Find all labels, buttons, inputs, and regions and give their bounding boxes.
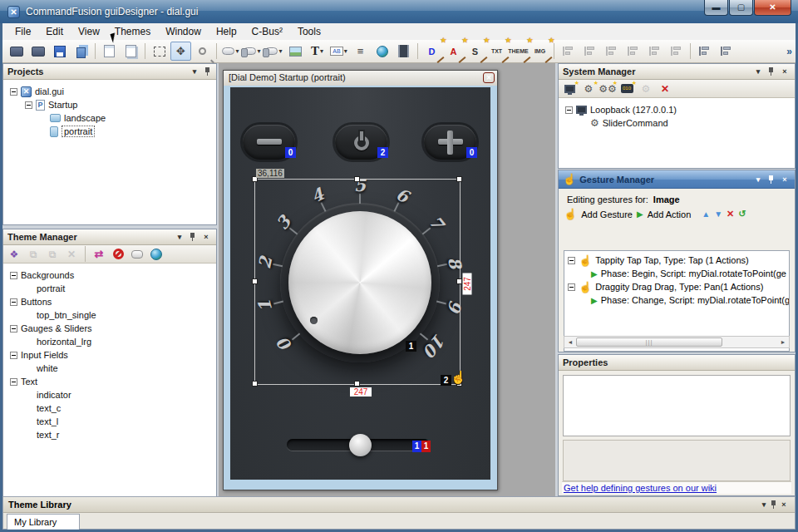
- wizard-image-icon[interactable]: IMG: [530, 42, 550, 61]
- gesture-action-item[interactable]: ▶ Phase: Change, Script: myDial.rotateTo…: [564, 293, 789, 307]
- theme-item[interactable]: indicator: [3, 388, 216, 401]
- tree-item-portrait[interactable]: portrait: [3, 125, 216, 138]
- text-tool-icon[interactable]: T▾: [307, 42, 328, 61]
- align-center-icon[interactable]: [579, 42, 600, 61]
- gesture-manager-close-icon[interactable]: ×: [779, 175, 791, 184]
- gesture-help-link[interactable]: Get help defining gestures on our wiki: [562, 481, 791, 494]
- theme-group[interactable]: Buttons: [3, 295, 216, 308]
- selection-box[interactable]: [254, 179, 461, 385]
- new-page-icon[interactable]: [99, 42, 120, 61]
- move-down-icon[interactable]: ▼: [714, 209, 722, 219]
- wizard-device-icon[interactable]: D: [421, 42, 442, 61]
- save-icon[interactable]: [49, 42, 70, 61]
- delete-theme-icon[interactable]: ✕: [63, 247, 80, 262]
- expander-icon[interactable]: [10, 88, 17, 96]
- new-project-icon[interactable]: [6, 42, 27, 61]
- menu-file[interactable]: File: [7, 24, 38, 39]
- expander-icon[interactable]: [565, 106, 573, 114]
- input-field-tool-icon[interactable]: AB▾: [328, 42, 349, 61]
- button-theme-icon[interactable]: [129, 247, 145, 262]
- size-width-icon[interactable]: [694, 42, 715, 61]
- video-tool-icon[interactable]: [393, 42, 414, 61]
- theme-group[interactable]: Gauges & Sliders: [3, 322, 216, 335]
- gesture-manager-menu-icon[interactable]: ▾: [752, 175, 764, 184]
- design-canvas-window[interactable]: [Dial Demo] Startup (portrait) ✕ 0 2 0 3…: [223, 70, 498, 490]
- slider-thumb[interactable]: [349, 434, 372, 456]
- menu-view[interactable]: View: [71, 24, 107, 39]
- theme-item[interactable]: text_r: [3, 428, 216, 441]
- align-right-icon[interactable]: [601, 42, 622, 61]
- gesture-item[interactable]: ☝ Draggity Drag Drag, Type: Pan(1 Action…: [564, 280, 789, 293]
- theme-item[interactable]: top_btn_single: [3, 308, 216, 322]
- theme-library-close-icon[interactable]: ×: [778, 500, 790, 509]
- list-tool-icon[interactable]: ≡: [350, 42, 371, 61]
- gesture-horizontal-scrollbar[interactable]: ◄ ||| ►: [564, 336, 790, 348]
- close-button[interactable]: ✕: [754, 0, 791, 16]
- open-project-icon[interactable]: [27, 42, 48, 61]
- theme-manager-pin-icon[interactable]: [189, 233, 197, 241]
- menu-window[interactable]: Window: [158, 24, 209, 39]
- web-tool-icon[interactable]: [372, 42, 392, 61]
- web-theme-icon[interactable]: [148, 247, 165, 262]
- menu-cbus[interactable]: C-Bus²: [244, 24, 290, 39]
- save-all-icon[interactable]: [71, 42, 91, 61]
- marquee-select-icon[interactable]: [149, 42, 170, 61]
- tree-item-page[interactable]: P Startup: [3, 98, 216, 111]
- add-command-icon[interactable]: ⚙: [580, 81, 597, 96]
- selection-handle[interactable]: [456, 278, 462, 284]
- align-top-icon[interactable]: [623, 42, 643, 61]
- slider-tool-icon[interactable]: ▾: [242, 42, 263, 61]
- menu-edit[interactable]: Edit: [38, 24, 71, 39]
- toolbar-overflow-chevron[interactable]: »: [786, 46, 792, 57]
- zoom-tool-icon[interactable]: [192, 42, 213, 61]
- scrollbar-thumb[interactable]: |||: [576, 337, 722, 347]
- minimize-button[interactable]: ▬: [704, 0, 728, 16]
- gesture-action-item[interactable]: ▶ Phase: Begin, Script: myDial.rotateToP…: [564, 267, 789, 280]
- expander-icon[interactable]: [568, 257, 575, 264]
- theme-library-menu-icon[interactable]: ▾: [758, 500, 770, 509]
- gauge-tool-icon[interactable]: ▾: [264, 42, 284, 61]
- wizard-theme-icon[interactable]: THEME: [508, 42, 529, 61]
- paste-theme-icon[interactable]: ⧉: [44, 247, 61, 262]
- projects-menu-icon[interactable]: ▾: [189, 67, 200, 76]
- theme-group[interactable]: Backgrounds: [3, 268, 216, 282]
- wizard-action-icon[interactable]: A: [443, 42, 464, 61]
- delete-system-icon[interactable]: ✕: [657, 81, 673, 96]
- theme-item[interactable]: text_c: [3, 401, 216, 415]
- move-up-icon[interactable]: ▲: [702, 209, 710, 219]
- theme-group[interactable]: Input Fields: [3, 348, 216, 362]
- tree-item-landscape[interactable]: landscape: [3, 111, 216, 125]
- theme-manager-menu-icon[interactable]: ▾: [174, 233, 185, 241]
- undo-gesture-icon[interactable]: ↺: [738, 209, 746, 219]
- scroll-right-icon[interactable]: ►: [778, 337, 788, 347]
- canvas-titlebar[interactable]: [Dial Demo] Startup (portrait) ✕: [224, 71, 497, 86]
- theme-item[interactable]: horizontal_lrg: [3, 335, 216, 348]
- wizard-text-icon[interactable]: TXT: [486, 42, 507, 61]
- wizard-system-icon[interactable]: S: [465, 42, 485, 61]
- theme-library-pin-icon[interactable]: [770, 500, 778, 509]
- properties-editor[interactable]: [563, 375, 791, 436]
- theme-manager-close-icon[interactable]: ×: [200, 233, 212, 241]
- selection-handle[interactable]: [354, 176, 360, 182]
- add-action-button[interactable]: Add Action: [648, 209, 692, 219]
- maximize-button[interactable]: ▢: [729, 0, 753, 16]
- copy-theme-icon[interactable]: ⧉: [25, 247, 42, 262]
- tree-item-system[interactable]: Loopback (127.0.0.1): [559, 103, 795, 116]
- theme-group[interactable]: Text: [3, 375, 216, 388]
- add-system-icon[interactable]: [561, 81, 578, 96]
- gesture-manager-pin-icon[interactable]: [767, 175, 776, 184]
- move-tool-icon[interactable]: ✥: [170, 42, 191, 61]
- size-height-icon[interactable]: [716, 42, 736, 61]
- align-bottom-icon[interactable]: [666, 42, 687, 61]
- canvas-close-icon[interactable]: ✕: [483, 72, 495, 83]
- button-tool-icon[interactable]: ▾: [220, 42, 241, 61]
- gesture-item[interactable]: ☝ Tappity Tap Tap, Type: Tap (1 Actions): [564, 254, 789, 267]
- selection-handle[interactable]: [354, 381, 360, 387]
- edit-command-icon[interactable]: ⚙: [638, 81, 654, 96]
- image-tool-icon[interactable]: [285, 42, 306, 61]
- tree-item-project[interactable]: ✕ dial.gui: [3, 85, 216, 98]
- system-manager-close-icon[interactable]: ×: [779, 67, 791, 76]
- tree-item-command[interactable]: ⚙ SliderCommand: [559, 116, 795, 130]
- menu-tools[interactable]: Tools: [290, 24, 328, 39]
- theme-item[interactable]: white: [3, 362, 216, 375]
